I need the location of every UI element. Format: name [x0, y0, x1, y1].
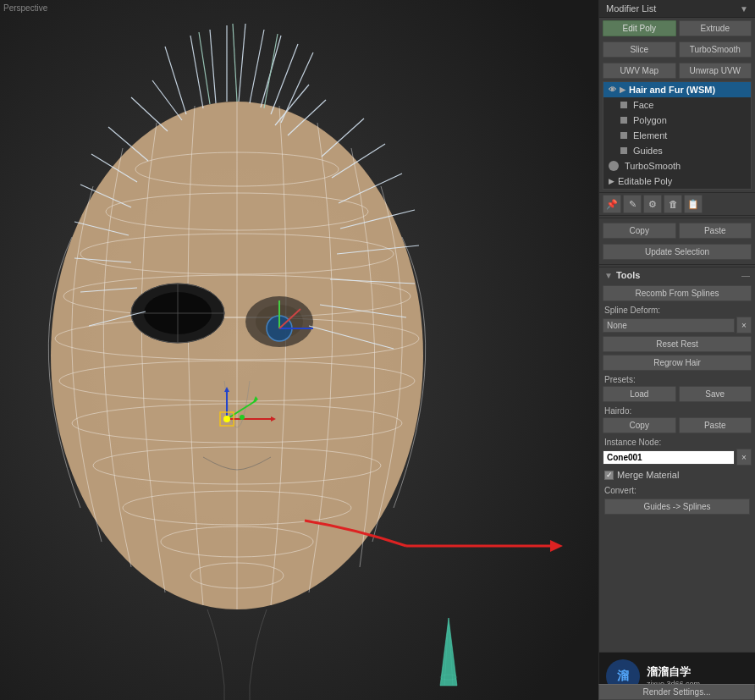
- copy-hairdo-button[interactable]: Copy: [603, 417, 676, 433]
- instance-node-input[interactable]: [603, 450, 735, 465]
- instance-node-clear[interactable]: ×: [736, 449, 752, 466]
- edit-poly-button[interactable]: Edit Poly: [603, 20, 676, 36]
- stack-item-editable-poly[interactable]: ▶ Editable Poly: [603, 174, 751, 189]
- regrow-hair-button[interactable]: Regrow Hair: [603, 355, 752, 371]
- spline-deform-row: ×: [603, 317, 752, 333]
- tools-header[interactable]: ▼ Tools —: [599, 267, 755, 283]
- 3d-head-render: [0, 0, 598, 700]
- watermark-main-text: 溜溜自学: [647, 664, 700, 680]
- stack-item-turbosmooth[interactable]: TurboSmooth: [603, 158, 751, 174]
- uwv-map-button[interactable]: UWV Map: [603, 63, 676, 79]
- stack-item-polygon[interactable]: Polygon: [615, 113, 751, 128]
- hairdo-label: Hairdo:: [603, 405, 752, 417]
- delete-icon[interactable]: 🗑: [664, 195, 682, 213]
- modifier-list-header[interactable]: Modifier List ▼: [599, 0, 755, 18]
- extrude-button[interactable]: Extrude: [679, 20, 752, 36]
- turbo-smooth-button[interactable]: TurboSmooth: [679, 41, 752, 58]
- convert-row: Guides -> Splines: [603, 497, 752, 516]
- paste-hairdo-button[interactable]: Paste: [679, 417, 752, 433]
- right-panel: Modifier List ▼ Edit Poly Extrude Slice …: [598, 0, 755, 700]
- modifier-stack: 👁 ▶ Hair and Fur (WSM) Face Polygon Elem…: [603, 81, 752, 190]
- stack-item-face[interactable]: Face: [615, 97, 751, 113]
- merge-material-checkbox[interactable]: ✓: [604, 471, 614, 480]
- copy-button-top[interactable]: Copy: [603, 223, 676, 239]
- recomb-from-splines-button[interactable]: Recomb From Splines: [603, 285, 752, 301]
- spline-deform-input[interactable]: [603, 318, 735, 333]
- viewport-label: Perspective: [3, 3, 47, 13]
- svg-point-64: [240, 415, 245, 420]
- presets-row: Load Save: [603, 386, 752, 402]
- save-button[interactable]: Save: [679, 386, 752, 402]
- stack-item-hair-fur[interactable]: 👁 ▶ Hair and Fur (WSM): [603, 82, 751, 97]
- stack-item-element[interactable]: Element: [615, 128, 751, 143]
- spline-deform-label: Spline Deform:: [603, 304, 752, 317]
- viewport-3d[interactable]: Perspective: [0, 0, 598, 700]
- spline-deform-clear[interactable]: ×: [736, 317, 752, 333]
- copy-paste-row: Copy Paste: [599, 220, 755, 241]
- edit-icon[interactable]: ✎: [623, 195, 642, 213]
- settings-icon[interactable]: ⚙: [643, 195, 662, 213]
- paste-button-top[interactable]: Paste: [679, 223, 752, 239]
- instance-node-row: ×: [603, 449, 752, 466]
- guides-to-splines-button[interactable]: Guides -> Splines: [604, 499, 750, 515]
- merge-material-text: Merge Material: [617, 470, 679, 480]
- modifier-list-arrow: ▼: [740, 4, 748, 14]
- tools-section: ▼ Tools — Recomb From Splines Spline Def…: [599, 267, 755, 521]
- modifier-list-label: Modifier List: [606, 3, 656, 14]
- load-button[interactable]: Load: [603, 386, 676, 402]
- divider-2: [599, 264, 755, 265]
- reset-rest-button[interactable]: Reset Rest: [603, 336, 752, 352]
- render-settings-button[interactable]: Render Settings...: [598, 684, 755, 700]
- instance-node-label: Instance Node:: [603, 436, 752, 449]
- presets-label: Presets:: [603, 373, 752, 386]
- tools-section-label: Tools: [616, 270, 641, 280]
- clipboard-icon[interactable]: 📋: [684, 195, 703, 213]
- tools-body: Recomb From Splines Spline Deform: × Res…: [599, 283, 755, 521]
- icons-toolbar: 📌 ✎ ⚙ 🗑 📋: [599, 192, 755, 216]
- hairdo-row: Copy Paste: [603, 417, 752, 433]
- unwrap-uwv-button[interactable]: Unwrap UVW: [679, 63, 752, 79]
- merge-material-row: ✓ Merge Material: [603, 468, 752, 482]
- svg-point-62: [223, 416, 230, 422]
- update-selection-button[interactable]: Update Selection: [603, 244, 752, 260]
- update-selection-row: Update Selection: [599, 241, 755, 262]
- convert-label: Convert:: [603, 484, 752, 497]
- button-row-2: Slice TurboSmooth: [599, 39, 755, 60]
- button-row-3: UWV Map Unwrap UVW: [599, 60, 755, 81]
- pin-icon[interactable]: 📌: [603, 195, 621, 213]
- divider-1: [599, 218, 755, 218]
- slice-button[interactable]: Slice: [603, 41, 676, 58]
- stack-item-guides[interactable]: Guides: [615, 143, 751, 158]
- button-row-1: Edit Poly Extrude: [599, 18, 755, 39]
